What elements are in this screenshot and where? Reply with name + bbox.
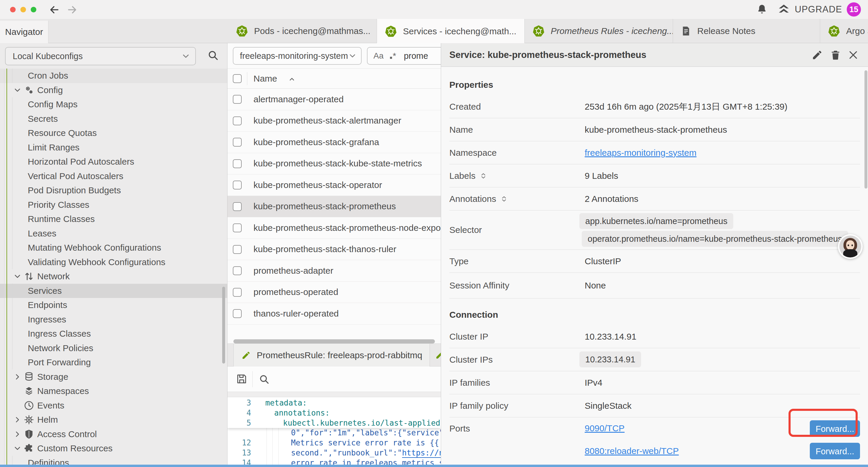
table-row[interactable]: kube-prometheus-stack-prometheus (227, 196, 441, 217)
trash-icon[interactable] (830, 49, 841, 61)
namespace-link[interactable]: freeleaps-monitoring-system (585, 148, 696, 158)
sidebar-item[interactable]: Secrets (0, 112, 227, 126)
save-icon[interactable] (236, 373, 248, 385)
row-checkbox[interactable] (233, 116, 242, 125)
sidebar-item[interactable]: Services (0, 284, 227, 298)
row-checkbox[interactable] (233, 224, 242, 232)
yaml-editor[interactable]: 0","for":"1m","labels":{"service":" 12 M… (227, 397, 441, 467)
tab-prometheus-rules[interactable]: Prometheus Rules - icecheng... (525, 19, 673, 43)
kubeconfig-selector[interactable]: Local Kubeconfigs (5, 47, 196, 65)
sidebar-item[interactable]: Config Maps (0, 97, 227, 112)
search-icon[interactable] (208, 50, 219, 61)
sidebar-item[interactable]: Endpoints (0, 298, 227, 313)
tab-argo[interactable]: Argo Se (820, 19, 868, 43)
row-checkbox[interactable] (233, 245, 242, 254)
assistant-avatar[interactable] (838, 234, 863, 259)
table-row[interactable]: kube-prometheus-stack-thanos-ruler (227, 239, 441, 260)
navigator-tab[interactable]: Navigator (0, 21, 49, 43)
chevron-icon[interactable] (13, 86, 21, 94)
sidebar-item-label: Port Forwarding (28, 357, 91, 368)
sidebar-item[interactable]: Pod Disruption Budgets (0, 183, 227, 198)
port-link[interactable]: 8080:reloader-web/TCP (585, 446, 679, 456)
editor-tab-partial[interactable] (430, 344, 441, 367)
regex-toggle[interactable]: * (390, 51, 396, 61)
window-minimize-dot[interactable] (20, 7, 26, 12)
tab-pods[interactable]: Pods - icecheng@mathmas... (228, 19, 377, 43)
table-row[interactable]: prometheus-operated (227, 282, 441, 303)
namespace-selector[interactable]: freeleaps-monitoring-system (233, 47, 362, 65)
sidebar-item[interactable]: Namespaces (0, 384, 227, 399)
upgrade-icon[interactable] (778, 3, 790, 16)
table-row[interactable]: prometheus-adapter (227, 260, 441, 282)
sidebar-item[interactable]: Ingress Classes (0, 327, 227, 341)
search-icon[interactable] (259, 374, 270, 384)
bell-icon[interactable] (756, 4, 768, 15)
sidebar-item[interactable]: Helm (0, 413, 227, 427)
tab-release-notes[interactable]: Release Notes (673, 19, 820, 43)
row-checkbox[interactable] (233, 288, 242, 297)
case-sensitive-toggle[interactable]: Aa (373, 51, 383, 61)
editor-tab[interactable]: PrometheusRule: freeleaps-prod-rabbitmq (234, 344, 430, 367)
table-row[interactable]: kube-prometheus-stack-alertmanager (227, 110, 441, 132)
row-checkbox[interactable] (233, 181, 242, 189)
table-row[interactable]: alertmanager-operated (227, 89, 441, 110)
back-arrow-icon[interactable] (49, 4, 60, 15)
row-checkbox[interactable] (233, 309, 242, 318)
regex-star: * (393, 51, 396, 61)
expand-collapse-icon[interactable] (479, 172, 487, 180)
close-icon[interactable] (848, 49, 859, 61)
sidebar-item[interactable]: Horizontal Pod Autoscalers (0, 154, 227, 169)
sidebar-item[interactable]: Runtime Classes (0, 212, 227, 226)
upgrade-label[interactable]: UPGRADE (795, 0, 842, 19)
sidebar-item[interactable]: Port Forwarding (0, 355, 227, 370)
table-row[interactable]: kube-prometheus-stack-grafana (227, 132, 441, 153)
sidebar-item[interactable]: Custom Resources (0, 441, 227, 456)
row-checkbox[interactable] (233, 95, 242, 104)
chevron-icon[interactable] (13, 430, 21, 438)
horizontal-scrollbar[interactable] (234, 339, 435, 344)
sidebar-item[interactable]: Storage (0, 370, 227, 384)
expand-collapse-icon[interactable] (500, 195, 508, 203)
row-checkbox[interactable] (233, 266, 242, 275)
chevron-icon[interactable] (13, 416, 21, 424)
window-close-dot[interactable] (10, 7, 16, 12)
sidebar-item[interactable]: Resource Quotas (0, 126, 227, 140)
sidebar-item[interactable]: Priority Classes (0, 198, 227, 212)
sidebar-item[interactable]: Access Control (0, 427, 227, 442)
table-row[interactable]: kube-prometheus-stack-operator (227, 174, 441, 196)
table-row[interactable]: kube-prometheus-stack-prometheus-node-ex… (227, 217, 441, 239)
chevron-icon[interactable] (13, 444, 21, 452)
forward-button[interactable]: Forward... (810, 443, 860, 459)
chevron-icon[interactable] (13, 272, 21, 280)
row-checkbox[interactable] (233, 202, 242, 211)
sidebar-item[interactable]: Validating Webhook Configurations (0, 255, 227, 269)
window-maximize-dot[interactable] (31, 7, 36, 12)
forward-arrow-icon[interactable] (67, 4, 78, 15)
sidebar-item[interactable]: Network (0, 269, 227, 284)
sidebar-item[interactable]: Mutating Webhook Configurations (0, 241, 227, 255)
chevron-icon[interactable] (13, 373, 21, 381)
sidebar-item[interactable]: Network Policies (0, 341, 227, 356)
sidebar-item[interactable]: Ingresses (0, 313, 227, 327)
sidebar-item[interactable]: Events (0, 399, 227, 413)
sidebar-item[interactable]: Limit Ranges (0, 140, 227, 155)
port-link[interactable]: 9090/TCP (585, 423, 625, 433)
notification-badge[interactable]: 15 (847, 2, 861, 17)
drawer-scrollbar[interactable] (864, 70, 867, 188)
sidebar-item[interactable]: Config (0, 83, 227, 97)
select-all-checkbox[interactable] (233, 74, 242, 83)
tab-services[interactable]: Services - icecheng@math... (377, 19, 525, 43)
table-row[interactable]: kube-prometheus-stack-kube-state-metrics (227, 153, 441, 175)
row-checkbox[interactable] (233, 159, 242, 168)
name-column-header[interactable]: Name (253, 74, 277, 84)
code-link[interactable]: https://net (402, 448, 441, 458)
row-checkbox[interactable] (233, 138, 242, 147)
sidebar-item[interactable]: Vertical Pod Autoscalers (0, 169, 227, 183)
edit-pencil-icon[interactable] (812, 49, 823, 61)
sidebar-item[interactable]: Cron Jobs (0, 68, 227, 83)
sort-ascending-icon[interactable] (288, 76, 296, 83)
sidebar-scrollbar[interactable] (222, 287, 225, 363)
search-input[interactable]: Aa * prome (367, 47, 441, 65)
table-row[interactable]: thanos-ruler-operated (227, 303, 441, 324)
sidebar-item[interactable]: Leases (0, 226, 227, 241)
